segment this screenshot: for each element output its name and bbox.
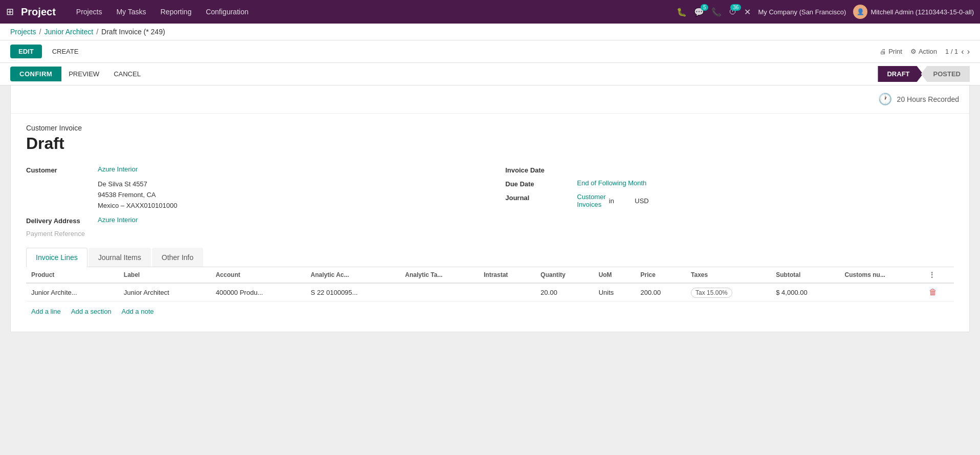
customer-value[interactable]: Azure Interior <box>98 165 475 173</box>
col-taxes: Taxes <box>686 267 771 283</box>
navbar-right: 🐛 💬 5 📞 ⏱ 36 ✕ My Company (San Francisco… <box>677 5 974 19</box>
table-header-row: Product Label Account Analytic Ac... Ana… <box>26 267 954 283</box>
grid-icon[interactable]: ⊞ <box>6 6 14 17</box>
toolbar: EDIT CREATE 🖨 Print ⚙ Action 1 / 1 ‹ › <box>0 40 980 63</box>
bug-icon[interactable]: 🐛 <box>677 7 687 17</box>
hours-recorded: 🕐 20 Hours Recorded <box>878 93 959 106</box>
user-menu[interactable]: 👤 Mitchell Admin (12103443-15-0-all) <box>853 5 974 19</box>
gear-icon: ⚙ <box>910 48 917 55</box>
toolbar-right: 🖨 Print ⚙ Action 1 / 1 ‹ › <box>880 47 970 56</box>
brand-logo: Project <box>21 6 56 18</box>
create-button[interactable]: CREATE <box>46 45 85 58</box>
cell-price[interactable]: 200.00 <box>635 283 686 301</box>
form-fields-row: Customer Azure Interior De Silva St 4557… <box>26 165 954 237</box>
add-line-link[interactable]: Add a line <box>31 308 61 315</box>
settings-icon[interactable]: ✕ <box>744 7 751 17</box>
nav-reporting[interactable]: Reporting <box>154 5 198 19</box>
journal-currency-code: USD <box>635 197 657 205</box>
hours-bar: 🕐 20 Hours Recorded <box>11 85 969 114</box>
cell-quantity[interactable]: 20.00 <box>535 283 593 301</box>
delivery-field: Delivery Address Azure Interior <box>26 216 475 225</box>
pagination-count: 1 / 1 <box>945 48 958 55</box>
col-price: Price <box>635 267 686 283</box>
nav-my-tasks[interactable]: My Tasks <box>110 5 152 19</box>
journal-label: Journal <box>506 193 577 202</box>
tab-other-info[interactable]: Other Info <box>152 248 203 267</box>
nav-projects[interactable]: Projects <box>70 5 108 19</box>
timer-badge: 36 <box>730 4 741 11</box>
col-account: Account <box>210 267 306 283</box>
company-name[interactable]: My Company (San Francisco) <box>758 8 846 16</box>
table-row: Junior Archite... Junior Architect 40000… <box>26 283 954 301</box>
tab-invoice-lines[interactable]: Invoice Lines <box>26 248 88 267</box>
cell-taxes[interactable]: Tax 15.00% <box>686 283 771 301</box>
col-uom: UoM <box>594 267 636 283</box>
cell-label[interactable]: Junior Architect <box>119 283 211 301</box>
user-name: Mitchell Admin (12103443-15-0-all) <box>870 8 974 16</box>
col-quantity: Quantity <box>535 267 593 283</box>
timer-icon[interactable]: ⏱ 36 <box>729 7 737 16</box>
column-options-icon[interactable]: ⋮ <box>929 271 935 278</box>
due-date-value[interactable]: End of Following Month <box>577 179 954 187</box>
navbar: ⊞ Project Projects My Tasks Reporting Co… <box>0 0 980 24</box>
hours-label: 20 Hours Recorded <box>897 95 959 103</box>
form-col-right: Invoice Date Due Date End of Following M… <box>506 165 954 237</box>
invoice-status-title: Draft <box>26 134 954 153</box>
breadcrumb-projects[interactable]: Projects <box>10 28 36 36</box>
phone-icon[interactable]: 📞 <box>711 7 722 17</box>
col-subtotal: Subtotal <box>771 267 839 283</box>
print-button[interactable]: 🖨 Print <box>880 48 902 55</box>
cell-customs[interactable] <box>840 283 924 301</box>
breadcrumb: Projects / Junior Architect / Draft Invo… <box>0 24 980 40</box>
customer-label: Customer <box>26 165 98 174</box>
col-analytic-ta: Analytic Ta... <box>400 267 479 283</box>
chat-icon[interactable]: 💬 5 <box>694 7 704 17</box>
tab-journal-items[interactable]: Journal Items <box>89 248 151 267</box>
invoice-table: Product Label Account Analytic Ac... Ana… <box>26 267 954 301</box>
customer-address: De Silva St 4557 94538 Fremont, CA Mexic… <box>98 179 475 211</box>
col-label: Label <box>119 267 211 283</box>
clock-icon: 🕐 <box>878 93 892 106</box>
cell-account[interactable]: 400000 Produ... <box>210 283 306 301</box>
action-button[interactable]: ⚙ Action <box>910 48 937 55</box>
add-note-link[interactable]: Add a note <box>122 308 154 315</box>
journal-currency-prefix: in <box>609 197 631 205</box>
breadcrumb-current: Draft Invoice (* 249) <box>101 28 165 36</box>
cell-analytic-ta[interactable] <box>400 283 479 301</box>
cell-intrastat[interactable] <box>478 283 535 301</box>
pagination-next[interactable]: › <box>967 47 970 56</box>
status-posted: POSTED <box>921 66 970 82</box>
cell-delete[interactable]: 🗑 <box>924 283 954 301</box>
invoice-date-label: Invoice Date <box>506 165 577 174</box>
cell-uom[interactable]: Units <box>594 283 636 301</box>
due-date-label: Due Date <box>506 179 577 188</box>
pagination-prev[interactable]: ‹ <box>961 47 964 56</box>
payment-reference[interactable]: Payment Reference <box>26 230 475 237</box>
action-bar: CONFIRM PREVIEW CANCEL DRAFT POSTED <box>0 63 980 85</box>
chat-badge: 5 <box>701 4 709 11</box>
tax-badge[interactable]: Tax 15.00% <box>691 288 732 298</box>
cell-analytic-ac[interactable]: S 22 0100095... <box>306 283 400 301</box>
cell-product[interactable]: Junior Archite... <box>26 283 119 301</box>
cancel-button[interactable]: CANCEL <box>106 67 148 81</box>
customer-field: Customer Azure Interior <box>26 165 475 174</box>
delivery-label: Delivery Address <box>26 216 98 225</box>
journal-value[interactable]: Customer Invoices <box>577 193 606 208</box>
tabs: Invoice Lines Journal Items Other Info <box>26 248 954 267</box>
delivery-value[interactable]: Azure Interior <box>98 216 475 224</box>
status-bar: DRAFT POSTED <box>878 66 970 82</box>
breadcrumb-junior-architect[interactable]: Junior Architect <box>44 28 93 36</box>
invoice-form: Customer Invoice Draft Customer Azure In… <box>11 114 969 332</box>
pagination: 1 / 1 ‹ › <box>945 47 970 56</box>
confirm-button[interactable]: CONFIRM <box>10 67 61 81</box>
nav-configuration[interactable]: Configuration <box>200 5 254 19</box>
add-section-link[interactable]: Add a section <box>71 308 112 315</box>
delete-icon[interactable]: 🗑 <box>929 288 937 296</box>
due-date-field: Due Date End of Following Month <box>506 179 954 188</box>
address-line2: 94538 Fremont, CA <box>98 190 475 201</box>
print-icon: 🖨 <box>880 48 886 55</box>
preview-button[interactable]: PREVIEW <box>61 67 106 81</box>
nav-menu: Projects My Tasks Reporting Configuratio… <box>70 5 673 19</box>
status-draft: DRAFT <box>878 66 923 82</box>
edit-button[interactable]: EDIT <box>10 45 42 58</box>
